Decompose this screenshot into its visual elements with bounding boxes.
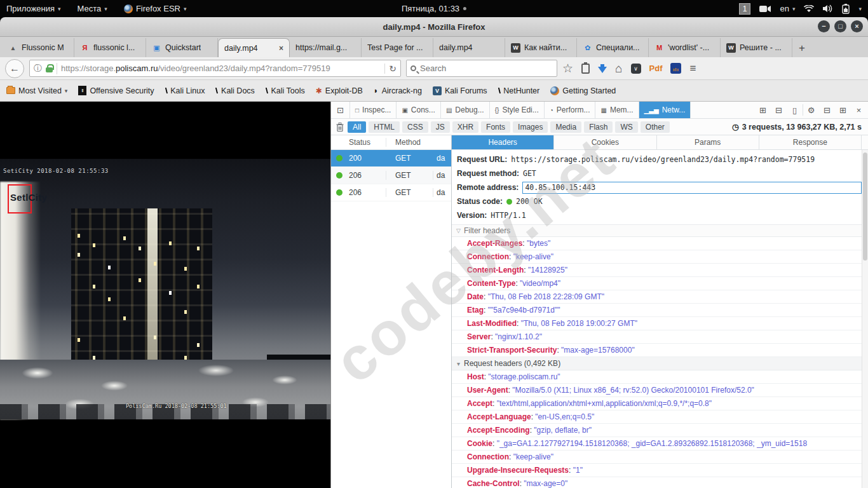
tab-params[interactable]: Params: [657, 135, 759, 149]
search-bar[interactable]: [406, 60, 557, 77]
header-row[interactable]: Cache-Control: "max-age=0": [452, 477, 868, 488]
tab-wordlist-mail[interactable]: M 'wordlist' -...: [649, 38, 721, 57]
header-row[interactable]: Content-Type: "video/mp4": [452, 277, 868, 290]
tab-cookies[interactable]: Cookies: [554, 135, 656, 149]
tab-test-page[interactable]: Test Page for ...: [362, 38, 433, 57]
clear-requests-icon[interactable]: [336, 123, 344, 132]
bookmark-nethunter[interactable]: \ NetHunter: [498, 86, 540, 95]
filter-xhr[interactable]: XHR: [452, 121, 478, 133]
header-row[interactable]: Strict-Transport-Security: "max-age=1576…: [452, 344, 868, 357]
bookmark-most-visited[interactable]: Most Visited ▾: [6, 86, 67, 95]
pocket-icon[interactable]: ∨: [631, 64, 641, 74]
workspace-indicator[interactable]: 1: [739, 3, 751, 15]
frame-select-icon[interactable]: ⊞: [755, 105, 771, 115]
video-player-pane[interactable]: SetiCity 2018-02-08 21:55:33 SetlCity Po…: [0, 102, 330, 488]
applications-menu[interactable]: Приложения ▾: [6, 4, 61, 13]
column-status[interactable]: Status: [348, 138, 386, 147]
header-row[interactable]: Last-Modified: "Thu, 08 Feb 2018 19:00:2…: [452, 317, 868, 330]
filter-other[interactable]: Other: [641, 121, 670, 133]
filter-media[interactable]: Media: [550, 121, 581, 133]
settings-gear-icon[interactable]: ⚙: [803, 105, 819, 115]
responsive-mode-icon[interactable]: ▯: [787, 105, 803, 115]
new-tab-button[interactable]: +: [792, 39, 811, 57]
tab-headers[interactable]: Headers: [452, 135, 554, 149]
camera-icon[interactable]: [759, 5, 771, 13]
filter-html[interactable]: HTML: [369, 121, 400, 133]
element-picker-button[interactable]: ⊡: [331, 102, 350, 118]
header-row[interactable]: Etag: ""5a7c9e4b-d7971d"": [452, 304, 868, 317]
bookmark-aircrack-ng[interactable]: ◗ Aircrack-ng: [374, 86, 422, 95]
request-row[interactable]: 206 GET da: [331, 167, 451, 184]
tab-response[interactable]: Response: [759, 135, 862, 149]
header-row[interactable]: Connection: "keep-alive": [452, 451, 868, 464]
tab-daily-mp4-active[interactable]: daily.mp4 ×: [218, 38, 290, 57]
secure-lock-icon[interactable]: [46, 67, 53, 72]
window-titlebar[interactable]: daily.mp4 - Mozilla Firefox − □ ×: [0, 17, 868, 37]
requests-summary[interactable]: ◷ 3 requests, 13 963,27 KB, 2,71 s: [732, 122, 864, 132]
header-row[interactable]: Connection: "keep-alive": [452, 250, 868, 264]
home-icon[interactable]: ⌂: [615, 62, 622, 74]
filter-flash[interactable]: Flash: [584, 121, 613, 133]
downloads-icon[interactable]: [598, 67, 607, 73]
dock-bottom-icon[interactable]: ⊟: [819, 105, 835, 115]
filter-images[interactable]: Images: [513, 121, 548, 133]
menu-hamburger-icon[interactable]: ≡: [689, 62, 696, 75]
bookmark-getting-started[interactable]: Getting Started: [550, 86, 616, 95]
search-input[interactable]: [420, 64, 553, 73]
split-console-icon[interactable]: ⊟: [771, 105, 787, 115]
tab-memory[interactable]: ▦ Mem...: [595, 102, 639, 118]
tab-speciali[interactable]: ✿ Специали...: [577, 38, 649, 57]
scrollbar[interactable]: [862, 150, 868, 488]
tab-reshite[interactable]: W Решите - ...: [721, 38, 792, 57]
tab-mail[interactable]: https://mail.g...: [290, 38, 362, 57]
close-devtools-icon[interactable]: ×: [851, 105, 867, 115]
tab-kak-naiti[interactable]: W Как найти...: [505, 38, 577, 57]
url-text[interactable]: https://storage.poliscam.ru/video/greenl…: [61, 64, 381, 73]
header-row[interactable]: Accept: "text/html,application/xhtml+xml…: [452, 397, 868, 410]
bookmark-exploit-db[interactable]: ✱ Exploit-DB: [316, 86, 363, 95]
places-menu[interactable]: Места ▾: [78, 4, 107, 13]
filter-fonts[interactable]: Fonts: [481, 121, 510, 133]
firefox-esr-menu[interactable]: Firefox ESR ▾: [124, 4, 187, 13]
request-headers-group[interactable]: ▾ Request headers (0,492 KB): [452, 357, 868, 370]
battery-icon[interactable]: [842, 4, 850, 14]
column-method[interactable]: Method: [386, 138, 433, 147]
close-tab-icon[interactable]: ×: [279, 44, 283, 53]
header-row[interactable]: Host: "storage.poliscam.ru": [452, 370, 868, 384]
bookmark-kali-docs[interactable]: \ Kali Docs: [215, 86, 254, 95]
header-row[interactable]: User-Agent: "Mozilla/5.0 (X11; Linux x86…: [452, 384, 868, 397]
scrollbar-thumb[interactable]: [863, 152, 867, 261]
header-row[interactable]: Accept-Language: "en-US,en;q=0.5": [452, 410, 868, 424]
system-clock[interactable]: Пятница, 01:33: [402, 4, 466, 13]
video-frame[interactable]: SetiCity 2018-02-08 21:55:33 SetlCity Po…: [0, 159, 330, 419]
pdf-extension-icon[interactable]: Pdf: [649, 64, 663, 73]
maximize-button[interactable]: □: [834, 20, 846, 32]
bookmark-kali-tools[interactable]: \ Kali Tools: [266, 86, 305, 95]
header-row[interactable]: Accept-Encoding: "gzip, deflate, br": [452, 424, 868, 437]
tab-flussonic-search[interactable]: Я flussonic l...: [74, 38, 146, 57]
bookmarks-menu-icon[interactable]: [581, 64, 590, 74]
tab-inspector[interactable]: □ Inspec...: [350, 102, 397, 118]
filter-headers-input[interactable]: [464, 226, 654, 235]
request-row[interactable]: 200 GET da: [331, 150, 451, 167]
remote-address-input[interactable]: [522, 182, 862, 194]
url-bar[interactable]: ⓘ https://storage.poliscam.ru/video/gree…: [29, 60, 401, 77]
filter-all[interactable]: All: [348, 121, 366, 133]
close-button[interactable]: ×: [851, 20, 863, 32]
request-list-header[interactable]: Status Method: [331, 135, 451, 150]
request-row[interactable]: 206 GET da: [331, 184, 451, 201]
keyboard-layout-menu[interactable]: en ▾: [780, 4, 795, 13]
bookmark-star-icon[interactable]: ☆: [562, 62, 573, 74]
tab-flussonic[interactable]: ▲ Flussonic M: [3, 38, 74, 57]
reload-icon[interactable]: ↻: [384, 64, 397, 74]
bookmark-kali-forums[interactable]: V Kali Forums: [433, 86, 487, 95]
minimize-button[interactable]: −: [818, 20, 830, 32]
filter-ws[interactable]: WS: [615, 121, 637, 133]
volume-icon[interactable]: [823, 4, 833, 13]
bookmark-kali-linux[interactable]: \ Kali Linux: [165, 86, 205, 95]
tab-daily-mp4-2[interactable]: daily.mp4: [433, 38, 505, 57]
header-row[interactable]: Upgrade-Insecure-Requests: "1": [452, 464, 868, 477]
tab-quickstart[interactable]: ▣ Quickstart: [146, 38, 218, 57]
header-row[interactable]: Content-Length: "14128925": [452, 264, 868, 277]
header-row[interactable]: Date: "Thu, 08 Feb 2018 22:28:09 GMT": [452, 290, 868, 304]
